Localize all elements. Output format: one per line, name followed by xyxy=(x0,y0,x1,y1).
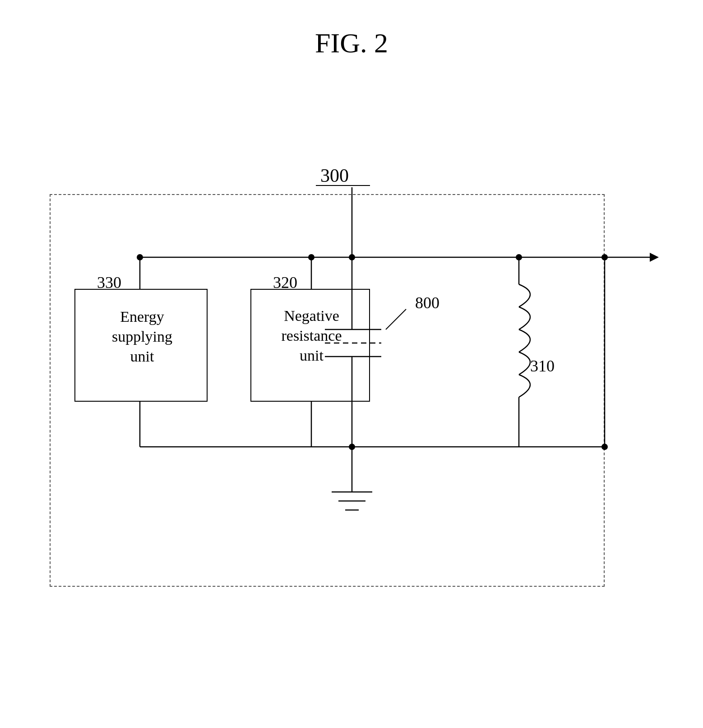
svg-marker-3 xyxy=(650,253,659,262)
page: FIG. 2 300 330 320 800 310 Energy supply… xyxy=(0,0,703,728)
svg-point-27 xyxy=(601,444,608,450)
svg-point-28 xyxy=(601,254,608,260)
svg-line-29 xyxy=(386,309,406,329)
circuit-diagram xyxy=(0,0,703,728)
